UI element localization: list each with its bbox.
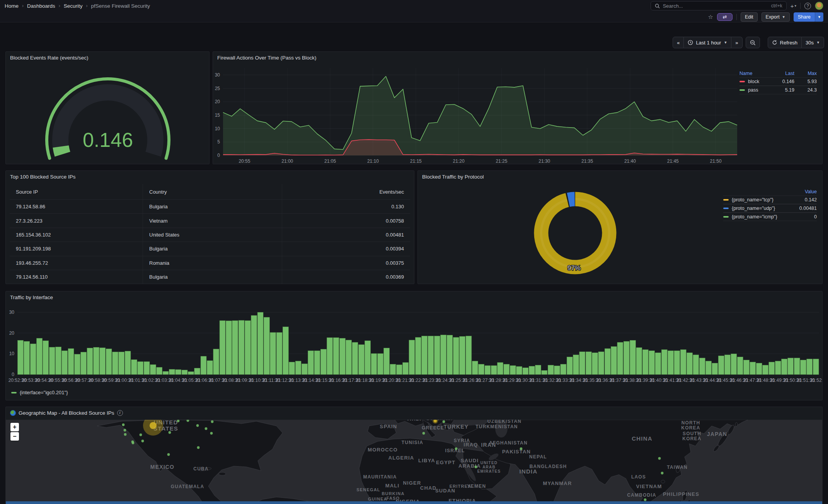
legend-last-value: 0.146 [772,79,794,84]
cell-source-ip: 79.124.58.86 [10,200,143,213]
info-icon[interactable]: i [117,410,123,416]
refresh-button[interactable]: Refresh [768,37,802,48]
map-country-label: MALI [385,483,400,489]
map-event-dot [644,499,647,501]
export-button[interactable]: Export▼ [762,12,790,22]
help-icon[interactable]: ? [804,3,811,9]
interface-legend-item[interactable]: {interface="igc0.201"} [11,390,68,395]
legend-item[interactable]: {proto_name="udp"}0.00481 [723,204,817,213]
panel-geographic-map: Geographic Map - All Blocked Source IPs … [5,407,823,504]
legend-header: Value [792,189,817,194]
edit-button[interactable]: Edit [741,12,758,22]
map-scrollbar [6,501,822,504]
panel-top-blocked-ips: Top 100 Blocked Source IPs Source IPCoun… [5,170,414,284]
svg-text:21:15: 21:15 [410,158,422,164]
map-event-dot [658,457,661,460]
time-controls: « Last 1 hour▼ » Refresh 30s▼ [673,37,824,48]
map-event-dot [140,434,142,436]
breadcrumb-item[interactable]: Home [5,3,19,9]
time-range-picker[interactable]: Last 1 hour▼ [684,37,731,48]
cell-source-ip: 79.124.56.110 [10,270,143,284]
share-dropdown-button[interactable]: ▼ [815,12,823,22]
map-zoom-out-button[interactable]: − [10,432,19,441]
panel-blocked-events-rate: Blocked Events Rate (events/sec) 0.146 [5,51,210,164]
chevron-down-icon: ▼ [818,15,821,19]
map-country-label: CHINA [632,435,653,442]
svg-text:10: 10 [9,351,15,356]
map-event-dot [169,431,171,434]
svg-text:21:10: 21:10 [367,158,379,164]
cell-rate: 0.00481 [282,232,410,238]
map-event-dot [211,421,214,423]
divider [736,14,737,20]
svg-text:30: 30 [215,72,220,78]
panel-firewall-actions: Firewall Actions Over Time (Pass vs Bloc… [213,51,823,164]
cell-rate: 0.00375 [282,260,410,266]
share-button[interactable]: Share [794,12,815,22]
map-event-dot [475,466,477,468]
time-shift-back-button[interactable]: « [673,37,684,48]
legend-item[interactable]: pass5.1924.3 [739,86,817,94]
panel-title: Blocked Events Rate (events/sec) [10,55,89,61]
map-country-label: GUATEMALA [171,484,204,489]
column-header-source-ip[interactable]: Source IP [10,184,143,199]
dashboard-body: « Last 1 hour▼ » Refresh 30s▼ Blocked Ev [0,22,828,504]
legend-series-label: {proto_name="tcp"} [732,197,773,203]
search-input[interactable]: Search... ctrl+k [651,1,787,10]
cell-source-ip: 165.154.36.102 [10,228,143,242]
cell-country: Vietnam [143,214,282,227]
cell-rate: 0.130 [282,204,410,209]
world-map[interactable]: + − UNITEDSTATESMEXICOCUBAGUATEMALASPAIN… [6,420,822,504]
map-event-dot [141,440,144,443]
legend-header: Max [794,71,817,76]
protocol-donut-chart: 97% [418,182,735,284]
map-country-label: TAIWAN [667,465,688,470]
breadcrumb-item[interactable]: Dashboards [27,3,55,9]
map-event-dot [210,432,213,435]
svg-text:21:05: 21:05 [324,158,336,164]
map-country-label: NIGER [403,480,421,486]
search-placeholder: Search... [663,3,768,9]
map-event-dot [196,424,199,427]
map-event-dot [455,448,458,450]
kiosk-mode-button[interactable]: ⇄ [717,13,733,21]
table-row: 91.191.209.198Bulgaria0.00394 [10,242,410,255]
map-country-label: MEXICO [150,464,174,470]
svg-text:25: 25 [215,86,220,91]
legend-series-label: {proto_name="udp"} [732,206,775,211]
time-shift-forward-button[interactable]: » [731,37,742,48]
legend-item[interactable]: {proto_name="icmp"}0 [723,213,817,221]
chevron-down-icon: ▼ [816,41,820,44]
map-country-label: PAKISTAN [502,449,531,455]
add-button[interactable]: +▾ [791,3,796,9]
map-country-label: TURKEY [444,424,469,430]
chevron-down-icon: ▼ [724,41,727,44]
firewall-legend: NameLastMaxblock0.1465.93pass5.1924.3 [739,70,817,94]
svg-text:15: 15 [215,112,220,118]
legend-max-value: 5.93 [794,79,817,84]
avatar[interactable] [815,2,823,10]
svg-text:0: 0 [12,372,14,377]
refresh-interval-picker[interactable]: 30s▼ [802,37,824,48]
protocol-legend: Value{proto_name="tcp"}0.142{proto_name=… [723,188,817,221]
interface-bar-chart: 010203020:52:3020:53:3020:54:3020:55:302… [6,291,822,400]
legend-last-value: 5.19 [772,87,794,93]
panel-blocked-by-protocol: Blocked Traffic by Protocol 97% Value{pr… [417,170,823,284]
column-header-events[interactable]: Events/sec [282,189,410,195]
svg-text:21:50: 21:50 [710,158,722,164]
zoom-out-time-button[interactable] [746,37,760,48]
legend-item[interactable]: block0.1465.93 [739,77,817,86]
search-shortcut: ctrl+k [771,3,782,9]
breadcrumb-item[interactable]: Security [64,3,83,9]
refresh-icon [772,40,777,45]
panel-title: Firewall Actions Over Time (Pass vs Bloc… [217,55,317,61]
map-zoom-in-button[interactable]: + [10,423,19,431]
svg-text:0: 0 [217,153,220,158]
map-country-label: EGYPT [436,460,455,465]
legend-value: 0.142 [792,197,817,203]
swap-arrows-icon: ⇄ [723,14,727,20]
star-icon[interactable]: ☆ [708,14,713,20]
legend-item[interactable]: {proto_name="tcp"}0.142 [723,196,817,204]
column-header-country[interactable]: Country [143,184,282,199]
divider [800,3,801,9]
